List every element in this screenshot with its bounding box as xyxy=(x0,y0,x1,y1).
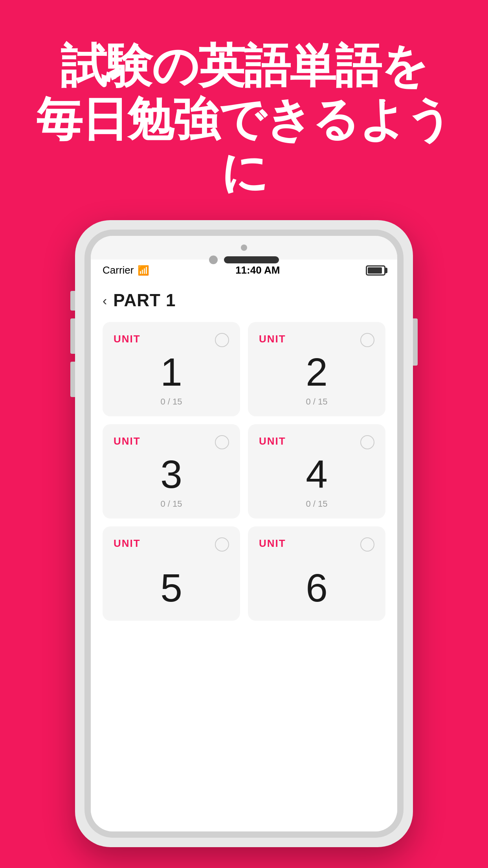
unit-card-6[interactable]: UNIT 6 xyxy=(248,526,385,621)
unit-1-radio[interactable] xyxy=(215,333,229,347)
unit-card-4[interactable]: UNIT 4 0 / 15 xyxy=(248,424,385,519)
unit-card-3[interactable]: UNIT 3 0 / 15 xyxy=(103,424,240,519)
unit-2-label: UNIT xyxy=(259,333,286,345)
hero-title: 試験の英語単語を 毎日勉強できるように xyxy=(24,39,464,199)
carrier-info: Carrier 📶 xyxy=(103,264,149,276)
unit-3-progress: 0 / 15 xyxy=(114,499,229,509)
unit-card-2[interactable]: UNIT 2 0 / 15 xyxy=(248,322,385,416)
app-screen: ‹ PART 1 UNIT 1 0 / 15 xyxy=(91,281,397,831)
unit-5-label: UNIT xyxy=(114,537,141,550)
hero-line1: 試験の英語単語を xyxy=(61,40,427,92)
unit-1-number: 1 xyxy=(114,352,229,392)
volume-up-button xyxy=(70,318,75,354)
wifi-icon: 📶 xyxy=(138,265,149,276)
mute-button xyxy=(70,291,75,311)
unit-6-radio[interactable] xyxy=(360,537,374,552)
front-camera xyxy=(209,256,218,264)
phone-side-buttons-left xyxy=(70,291,75,397)
unit-4-label: UNIT xyxy=(259,435,286,447)
page-title: PART 1 xyxy=(113,291,176,310)
volume-down-button xyxy=(70,362,75,397)
battery-icon xyxy=(366,265,385,276)
unit-card-5-header: UNIT xyxy=(114,537,229,552)
unit-3-number: 3 xyxy=(114,454,229,494)
unit-card-4-header: UNIT xyxy=(259,435,374,449)
unit-5-number: 5 xyxy=(114,568,229,607)
unit-3-label: UNIT xyxy=(114,435,141,447)
unit-4-progress: 0 / 15 xyxy=(259,499,374,509)
unit-card-1[interactable]: UNIT 1 0 / 15 xyxy=(103,322,240,416)
back-button[interactable]: ‹ xyxy=(103,293,107,308)
unit-2-number: 2 xyxy=(259,352,374,392)
unit-card-5[interactable]: UNIT 5 xyxy=(103,526,240,621)
unit-card-2-header: UNIT xyxy=(259,333,374,347)
unit-5-radio[interactable] xyxy=(215,537,229,552)
phone-mockup: Carrier 📶 11:40 AM ‹ PART 1 xyxy=(75,220,413,847)
unit-6-label: UNIT xyxy=(259,537,286,550)
battery-fill xyxy=(368,267,382,274)
unit-2-radio[interactable] xyxy=(360,333,374,347)
speaker-grille xyxy=(224,256,279,263)
nav-header: ‹ PART 1 xyxy=(91,281,397,318)
unit-4-number: 4 xyxy=(259,454,374,494)
camera-dot xyxy=(241,245,247,251)
phone-top-details xyxy=(91,236,397,259)
power-button xyxy=(413,318,418,366)
carrier-label: Carrier xyxy=(103,264,134,276)
status-time: 11:40 AM xyxy=(235,264,280,276)
hero-line2: 毎日勉強できるように xyxy=(36,93,452,199)
unit-6-number: 6 xyxy=(259,568,374,607)
speaker-area xyxy=(209,256,279,264)
unit-3-radio[interactable] xyxy=(215,435,229,449)
unit-4-radio[interactable] xyxy=(360,435,374,449)
unit-card-1-header: UNIT xyxy=(114,333,229,347)
unit-1-label: UNIT xyxy=(114,333,141,345)
unit-grid: UNIT 1 0 / 15 UNIT 2 xyxy=(91,318,397,625)
unit-2-progress: 0 / 15 xyxy=(259,397,374,407)
unit-1-progress: 0 / 15 xyxy=(114,397,229,407)
hero-section: 試験の英語単語を 毎日勉強できるように xyxy=(0,0,488,223)
unit-card-3-header: UNIT xyxy=(114,435,229,449)
unit-card-6-header: UNIT xyxy=(259,537,374,552)
